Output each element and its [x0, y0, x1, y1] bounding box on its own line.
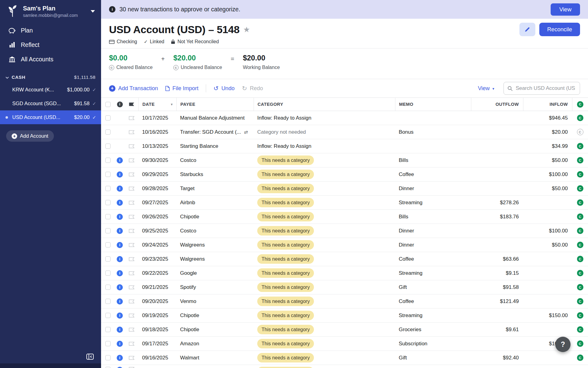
date-cell[interactable]: 09/26/2025: [138, 210, 176, 224]
category-cell[interactable]: Inflow: Ready to Assign: [254, 139, 395, 153]
memo-cell[interactable]: Dinner: [395, 182, 471, 195]
cleared-icon[interactable]: C: [577, 326, 583, 333]
payee-cell[interactable]: Walgreens: [176, 252, 254, 266]
cleared-cell[interactable]: C: [572, 139, 588, 153]
inflow-cell[interactable]: [523, 280, 572, 294]
cleared-cell[interactable]: C: [572, 167, 588, 181]
inflow-cell[interactable]: $50.00: [523, 182, 572, 195]
needs-category-pill[interactable]: This needs a category: [257, 198, 314, 207]
category-cell[interactable]: This needs a category: [254, 210, 395, 224]
edit-account-button[interactable]: [519, 23, 535, 36]
needs-category-pill[interactable]: This needs a category: [257, 282, 314, 292]
cleared-icon[interactable]: C: [577, 213, 583, 220]
flag-cell[interactable]: [125, 323, 138, 336]
info-icon[interactable]: i: [117, 270, 123, 276]
flag-cell[interactable]: [125, 280, 138, 294]
cleared-cell[interactable]: C: [572, 266, 588, 280]
info-icon[interactable]: i: [117, 171, 123, 178]
outflow-cell[interactable]: [471, 125, 523, 139]
sidebar-account-krw[interactable]: KRW Account (K... $1,000.00 ✓: [0, 83, 101, 97]
category-cell[interactable]: This needs a category: [254, 224, 395, 238]
date-cell[interactable]: 09/23/2025: [138, 252, 176, 266]
info-icon[interactable]: i: [117, 200, 123, 206]
needs-category-pill[interactable]: This needs a category: [257, 254, 314, 264]
info-icon[interactable]: i: [117, 367, 123, 368]
outflow-cell[interactable]: [471, 365, 523, 368]
column-header-outflow[interactable]: OUTFLOW: [471, 98, 523, 111]
transaction-row[interactable]: iThis needs a category: [101, 365, 588, 368]
outflow-cell[interactable]: [471, 139, 523, 153]
cash-group-header[interactable]: CASH $1,111.58: [0, 67, 101, 83]
category-cell[interactable]: This needs a category: [254, 351, 395, 365]
payee-cell[interactable]: Transfer: SGD Account (...⇄: [176, 125, 254, 139]
category-cell[interactable]: This needs a category: [254, 238, 395, 252]
row-checkbox[interactable]: [105, 200, 111, 205]
needs-category-pill[interactable]: This needs a category: [257, 325, 314, 334]
outflow-cell[interactable]: [471, 153, 523, 167]
transaction-row[interactable]: i09/28/2025TargetThis needs a categoryDi…: [101, 182, 588, 196]
row-checkbox[interactable]: [105, 228, 111, 233]
row-checkbox[interactable]: [105, 115, 111, 121]
budget-switcher[interactable]: Sam's Plan samlee.mobbin@gmail.com: [0, 0, 101, 21]
memo-cell[interactable]: Bills: [395, 210, 471, 224]
reconcile-button[interactable]: Reconcile: [539, 23, 580, 36]
cleared-cell[interactable]: C: [572, 224, 588, 238]
needs-category-pill[interactable]: This needs a category: [257, 170, 314, 179]
info-icon[interactable]: i: [117, 157, 123, 163]
info-icon[interactable]: i: [117, 186, 123, 192]
cleared-cell[interactable]: C: [572, 196, 588, 209]
info-icon[interactable]: i: [117, 355, 123, 361]
memo-cell[interactable]: Bonus: [395, 125, 471, 139]
date-cell[interactable]: 10/17/2025: [138, 111, 176, 125]
transaction-row[interactable]: i09/24/2025WalgreensThis needs a categor…: [101, 238, 588, 252]
view-dropdown[interactable]: View ▼: [478, 85, 495, 92]
info-icon[interactable]: i: [117, 298, 123, 305]
payee-cell[interactable]: Airbnb: [176, 196, 254, 209]
category-cell[interactable]: This needs a category: [254, 323, 395, 336]
flag-cell[interactable]: [125, 196, 138, 209]
inflow-cell[interactable]: [523, 252, 572, 266]
cleared-cell[interactable]: C: [572, 125, 588, 139]
memo-cell[interactable]: Groceries: [395, 323, 471, 336]
date-cell[interactable]: 09/19/2025: [138, 309, 176, 322]
cleared-icon[interactable]: C: [577, 228, 583, 234]
transaction-row[interactable]: 10/17/2025Manual Balance AdjustmentInflo…: [101, 111, 588, 125]
column-header-inflow[interactable]: INFLOW: [523, 98, 572, 111]
transaction-row[interactable]: i09/21/2025SpotifyThis needs a categoryG…: [101, 280, 588, 294]
cleared-cell[interactable]: C: [572, 280, 588, 294]
needs-category-pill[interactable]: This needs a category: [257, 212, 314, 221]
inflow-cell[interactable]: $946.45: [523, 111, 572, 125]
date-cell[interactable]: 09/21/2025: [138, 280, 176, 294]
inflow-cell[interactable]: $50.00: [523, 153, 572, 167]
outflow-cell[interactable]: $91.58: [471, 280, 523, 294]
cleared-icon[interactable]: C: [577, 143, 583, 149]
sidebar-account-sgd[interactable]: SGD Account (SGD... $91.58 ✓: [0, 97, 101, 110]
category-cell[interactable]: This needs a category: [254, 167, 395, 181]
date-cell[interactable]: 09/24/2025: [138, 238, 176, 252]
payee-cell[interactable]: Chipotle: [176, 210, 254, 224]
column-header-date[interactable]: DATE ▼: [138, 98, 176, 111]
category-cell[interactable]: This needs a category: [254, 365, 395, 368]
row-checkbox[interactable]: [105, 327, 111, 332]
cleared-icon[interactable]: C: [577, 115, 583, 121]
row-checkbox[interactable]: [105, 144, 111, 149]
flag-cell[interactable]: [125, 337, 138, 351]
memo-cell[interactable]: Gift: [395, 351, 471, 365]
category-cell[interactable]: This needs a category: [254, 182, 395, 195]
flag-cell[interactable]: [125, 224, 138, 238]
memo-cell[interactable]: Bills: [395, 153, 471, 167]
outflow-cell[interactable]: $92.40: [471, 351, 523, 365]
cleared-cell[interactable]: C: [572, 323, 588, 336]
sidebar-account-usd[interactable]: USD Account (USD... $20.00 ✓: [0, 110, 101, 124]
row-checkbox[interactable]: [105, 355, 111, 360]
memo-cell[interactable]: Streaming: [395, 196, 471, 209]
memo-cell[interactable]: [395, 111, 471, 125]
search-input[interactable]: [515, 85, 576, 92]
cleared-icon[interactable]: C: [577, 242, 583, 248]
column-header-memo[interactable]: MEMO: [395, 98, 471, 111]
cleared-cell[interactable]: C: [572, 351, 588, 365]
memo-cell[interactable]: Coffee: [395, 294, 471, 308]
cleared-icon[interactable]: C: [577, 340, 583, 347]
row-checkbox[interactable]: [105, 299, 111, 304]
date-cell[interactable]: 09/17/2025: [138, 337, 176, 351]
